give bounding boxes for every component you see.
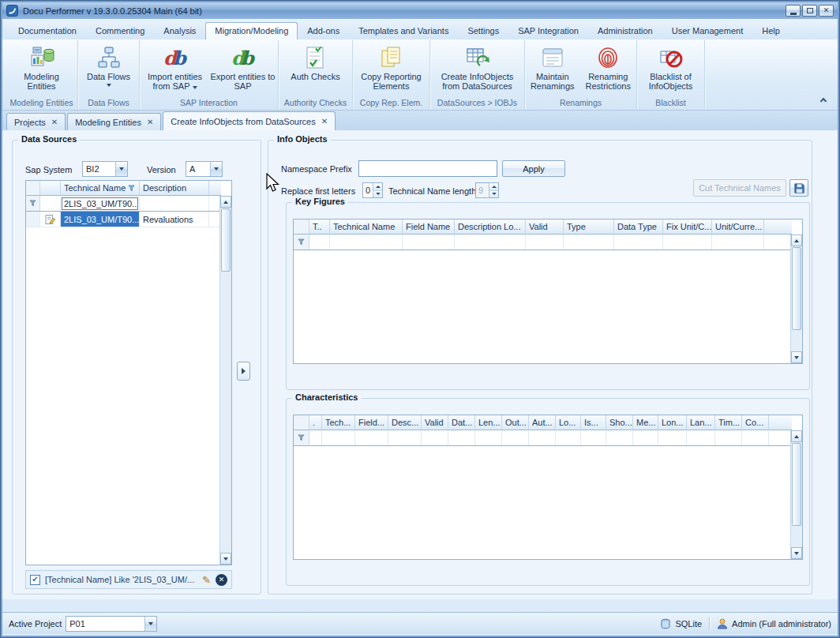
column-header[interactable]: T..	[309, 220, 330, 235]
maximize-button[interactable]	[802, 5, 817, 17]
apply-button[interactable]: Apply	[502, 160, 565, 177]
replace-first-letters-spinner[interactable]: 0	[362, 182, 383, 198]
title-bar[interactable]: Docu Performer v 19.3.0.0.25304 Main (64…	[2, 2, 838, 19]
scroll-up-button[interactable]	[791, 430, 802, 442]
column-header[interactable]: Valid	[422, 415, 448, 430]
sap-system-select[interactable]: BI2	[82, 161, 128, 177]
close-tab-icon[interactable]: ✕	[51, 118, 58, 126]
filter-cell[interactable]	[475, 430, 502, 445]
column-header[interactable]: Type	[564, 220, 614, 235]
column-header[interactable]: Is...	[581, 415, 606, 430]
auth-checks-button[interactable]: Auth Checks	[281, 43, 351, 83]
close-tab-icon[interactable]: ✕	[321, 117, 328, 126]
filter-cell[interactable]	[309, 235, 330, 250]
column-header-technical-name[interactable]: Technical Name	[61, 181, 140, 196]
tab-analysis[interactable]: Analysis	[154, 22, 205, 39]
tab-sap-integration[interactable]: SAP Integration	[508, 22, 588, 39]
filter-cell[interactable]	[687, 430, 715, 445]
datasources-grid[interactable]: Technical Name Description 2LIS_03_UM/T9…	[25, 180, 232, 565]
scroll-down-button[interactable]	[791, 547, 802, 559]
modeling-entities-button[interactable]: Modeling Entities	[9, 43, 75, 92]
table-row[interactable]: 2LIS_03_UM/T90... Revaluations	[26, 212, 221, 227]
tab-settings[interactable]: Settings	[458, 22, 508, 39]
cell-technical-name[interactable]: 2LIS_03_UM/T90...	[61, 212, 140, 227]
create-infoobjects-button[interactable]: Create InfoObjects from DataSources	[433, 43, 523, 92]
key-figures-grid[interactable]: T.. Technical Name Field Name Descriptio…	[293, 219, 803, 364]
column-header[interactable]: Field...	[355, 415, 388, 430]
filter-cell[interactable]	[742, 430, 769, 445]
auto-filter-row[interactable]	[294, 235, 792, 250]
blacklist-infoobjects-button[interactable]: Blacklist of InfoObjects	[639, 43, 703, 92]
filter-funnel-icon[interactable]	[128, 185, 135, 192]
renaming-restrictions-button[interactable]: Renaming Restrictions	[581, 43, 636, 92]
tab-user-management[interactable]: User Management	[662, 22, 753, 39]
column-header-description[interactable]: Description	[140, 181, 209, 196]
dropdown-button[interactable]	[115, 162, 127, 176]
auto-filter-row[interactable]: 2LIS_03_UM/T90...	[26, 196, 221, 212]
version-select[interactable]: A	[186, 161, 223, 177]
column-header[interactable]: Lon...	[658, 415, 687, 430]
column-header[interactable]: Description Lo...	[455, 220, 526, 235]
column-header[interactable]: Len...	[475, 415, 502, 430]
column-header[interactable]: Aut...	[529, 415, 556, 430]
current-user-label[interactable]: Admin (Full administrator)	[732, 619, 831, 629]
filter-cell[interactable]	[448, 430, 475, 445]
icon-column-header[interactable]	[40, 181, 61, 196]
minimize-button[interactable]	[786, 5, 801, 17]
filter-cell[interactable]	[322, 430, 355, 445]
filter-cell[interactable]	[330, 235, 403, 250]
column-header[interactable]: Field Name	[403, 220, 455, 235]
clear-filter-button[interactable]: ✕	[216, 574, 227, 586]
filter-cell[interactable]	[40, 196, 61, 211]
scroll-down-button[interactable]	[220, 553, 231, 565]
import-entities-button[interactable]: db Import entities from SAP	[142, 43, 208, 92]
filter-editor[interactable]: 2LIS_03_UM/T90...	[62, 197, 138, 210]
doc-tab-create-infoobjects[interactable]: Create InfoObjects from DataSources ✕	[163, 111, 336, 130]
tab-migration-modeling[interactable]: Migration/Modeling	[205, 22, 298, 39]
vertical-scrollbar[interactable]	[790, 430, 802, 559]
column-header[interactable]: Fix Unit/C...	[663, 220, 712, 235]
filter-cell[interactable]	[355, 430, 388, 445]
filter-cell[interactable]	[309, 430, 322, 445]
vertical-scrollbar[interactable]	[219, 196, 231, 565]
copy-reporting-elements-button[interactable]: Copy Reporting Elements	[355, 43, 428, 92]
filter-cell[interactable]	[556, 430, 581, 445]
vertical-scrollbar[interactable]	[790, 235, 802, 363]
close-button[interactable]: ✕	[819, 5, 834, 17]
filter-enabled-checkbox[interactable]: ✔	[30, 575, 40, 585]
column-header[interactable]: Co...	[742, 415, 769, 430]
filter-cell[interactable]	[388, 430, 422, 445]
column-header[interactable]: Out...	[502, 415, 529, 430]
save-button[interactable]	[789, 179, 808, 197]
cell-description[interactable]: Revaluations	[140, 212, 209, 227]
column-header[interactable]: Technical Name	[330, 220, 403, 235]
doc-tab-modeling-entities[interactable]: Modeling Entities ✕	[67, 113, 161, 130]
column-header[interactable]: Unit/Curre...	[712, 220, 764, 235]
tab-help[interactable]: Help	[752, 22, 789, 39]
scroll-thumb[interactable]	[792, 443, 801, 526]
filter-cell[interactable]	[564, 235, 614, 250]
doc-tab-projects[interactable]: Projects ✕	[6, 113, 66, 130]
scroll-thumb[interactable]	[792, 247, 801, 330]
edit-filter-icon[interactable]: ✎	[202, 575, 211, 585]
column-header[interactable]: Lan...	[687, 415, 715, 430]
maintain-renamings-button[interactable]: Maintain Renamings	[526, 43, 579, 92]
filter-cell-technical-name[interactable]: 2LIS_03_UM/T90...	[61, 196, 140, 211]
column-header[interactable]: .	[309, 415, 322, 430]
filter-cell-description[interactable]	[140, 196, 209, 211]
filter-cell[interactable]	[529, 430, 556, 445]
data-flows-button[interactable]: Data Flows	[81, 43, 137, 88]
filter-cell[interactable]	[712, 235, 764, 250]
auto-filter-row[interactable]	[294, 430, 792, 446]
scroll-thumb[interactable]	[221, 208, 231, 272]
filter-cell[interactable]	[614, 235, 663, 250]
filter-cell[interactable]	[455, 235, 526, 250]
column-header[interactable]: Tim...	[715, 415, 742, 430]
transfer-right-button[interactable]	[237, 362, 250, 381]
close-tab-icon[interactable]: ✕	[147, 118, 153, 126]
column-header[interactable]: Desc...	[388, 415, 422, 430]
tab-commenting[interactable]: Commenting	[86, 22, 154, 39]
filter-cell[interactable]	[403, 235, 455, 250]
filter-expression[interactable]: [Technical Name] Like '2LIS_03_UM/...	[45, 575, 197, 584]
filter-cell[interactable]	[526, 235, 564, 250]
